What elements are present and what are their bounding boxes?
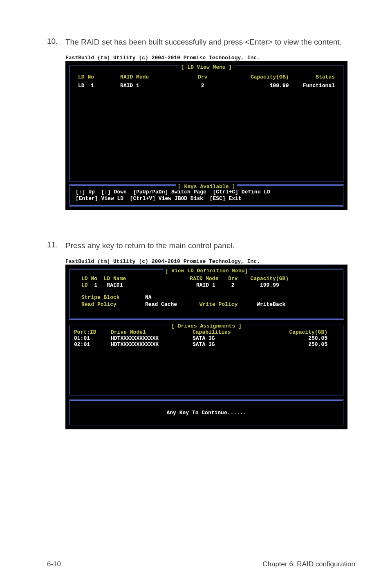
col-capability: Capabilities <box>193 329 266 335</box>
bios-screenshot-2: FastBuild (tm) Utility (c) 2004-2010 Pro… <box>65 258 355 429</box>
table-row: 01:01 HDTXXXXXXXXXXXX SATA 3G 250.05 <box>74 335 339 341</box>
bios-screen: [ View LD Definition Menu] LD No LD Name… <box>65 265 347 429</box>
table-header: LD No RAID Mode Drv Capacity(GB) Status <box>74 73 339 81</box>
cell-ldno: LD 1 <box>78 83 120 89</box>
bios-screen: [ LD View Menu ] LD No RAID Mode Drv Cap… <box>65 61 347 210</box>
cell-drv: 2 <box>182 83 224 89</box>
chapter-title: Chapter 6: RAID configuration <box>262 560 355 568</box>
col-port: Port:ID <box>74 329 111 335</box>
any-key-box[interactable]: Any Key To Continue...... <box>69 399 344 426</box>
col-status: Status <box>289 74 335 80</box>
cell-status: Functional <box>289 83 335 89</box>
def-policy-row: Read Policy Read Cache Write Policy Writ… <box>81 301 332 308</box>
col-drv: Drv <box>182 74 224 80</box>
cell-raidmode: RAID 1 <box>120 83 182 89</box>
cell-port: 01:01 <box>74 335 111 341</box>
page-footer: 6-10 Chapter 6: RAID configuration <box>0 560 390 568</box>
cell-capacity: 250.05 <box>266 341 327 348</box>
def-value-row: LD 1 RAID1 RAID 1 2 199.99 <box>81 282 332 289</box>
table-row: 02:01 HDTXXXXXXXXXXXX SATA 3G 250.05 <box>74 341 339 348</box>
step-text: The RAID set has been built successfully… <box>65 37 342 47</box>
col-capacity: Capacity(GB) <box>224 74 289 80</box>
bios-header: FastBuild (tm) Utility (c) 2004-2010 Pro… <box>65 55 355 61</box>
bios-header: FastBuild (tm) Utility (c) 2004-2010 Pro… <box>65 258 355 265</box>
cell-model: HDTXXXXXXXXXXXX <box>111 335 193 341</box>
step-number: 10. <box>47 37 65 47</box>
cell-capability: SATA 3G <box>193 335 266 341</box>
page-number: 6-10 <box>47 560 61 568</box>
def-stripe-row: Stripe Block NA <box>81 294 332 301</box>
cell-port: 02:01 <box>74 341 111 348</box>
col-capacity: Capacity(GB) <box>266 329 327 335</box>
keys-line-1: [↑] Up [↓] Down [PaUp/PaDn] Switch Page … <box>76 189 270 195</box>
col-ldno: LD No <box>78 74 120 80</box>
ld-definition-menu-box: [ View LD Definition Menu] LD No LD Name… <box>69 269 344 320</box>
any-key-text: Any Key To Continue...... <box>166 410 246 416</box>
ld-view-menu-box: [ LD View Menu ] LD No RAID Mode Drv Cap… <box>69 65 344 182</box>
table-row[interactable]: LD 1 RAID 1 2 199.99 Functional <box>74 81 339 90</box>
step-11: 11. Press any key to return to the main … <box>47 240 355 251</box>
drives-assignments-box: [ Drives Assignments ] Port:ID Drive Mod… <box>69 324 344 396</box>
cell-capacity: 250.05 <box>266 335 327 341</box>
col-raidmode: RAID Mode <box>120 74 182 80</box>
keys-available-box: [ Keys Available ] [↑] Up [↓] Down [PaUp… <box>69 184 344 207</box>
keys-line-2: [Enter] View LD [Ctrl+V] View JBOD Disk … <box>76 195 242 202</box>
step-number: 11. <box>47 240 65 251</box>
cell-capability: SATA 3G <box>193 341 266 348</box>
cell-capacity: 199.99 <box>224 83 289 89</box>
step-text: Press any key to return to the main cont… <box>65 240 235 251</box>
step-10: 10. The RAID set has been built successf… <box>47 37 355 47</box>
def-header-row: LD No LD Name RAID Mode Drv Capacity(GB) <box>81 276 332 282</box>
cell-model: HDTXXXXXXXXXXXX <box>111 341 193 348</box>
bios-screenshot-1: FastBuild (tm) Utility (c) 2004-2010 Pro… <box>65 55 355 210</box>
drives-header: Port:ID Drive Model Capabilities Capacit… <box>74 329 339 335</box>
col-model: Drive Model <box>111 329 193 335</box>
